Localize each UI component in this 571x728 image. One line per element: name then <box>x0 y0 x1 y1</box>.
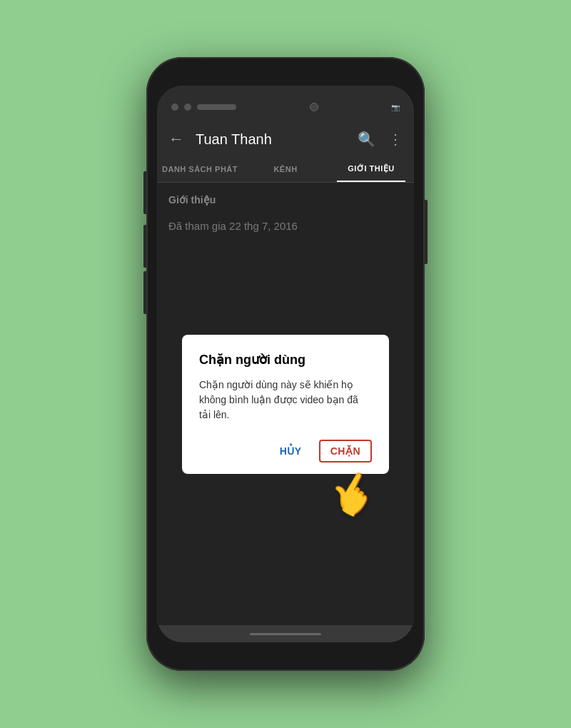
tab-about[interactable]: GIỚI THIỆU <box>328 156 414 182</box>
tab-channel[interactable]: KÊNH <box>243 156 328 182</box>
front-camera-dot <box>171 103 178 111</box>
earpiece-speaker <box>197 104 236 110</box>
camera-icon2: 📷 <box>391 103 400 111</box>
phone-frame: 📷 ← Tuan Thanh 🔍 ⋮ DANH SÁCH PHÁT KÊNH G… <box>146 57 425 671</box>
block-user-dialog: Chặn người dùng Chặn người dùng này sẽ k… <box>182 335 389 474</box>
selfie-camera <box>310 103 318 111</box>
tab-playlist[interactable]: DANH SÁCH PHÁT <box>157 156 243 182</box>
app-header: ← Tuan Thanh 🔍 ⋮ <box>157 123 414 156</box>
dialog-wrapper: Chặn người dùng Chặn người dùng này sẽ k… <box>182 335 389 474</box>
more-options-icon[interactable]: ⋮ <box>388 131 403 148</box>
dialog-actions: HỦY CHẶN <box>199 440 372 462</box>
status-bar: 📷 <box>157 86 414 123</box>
sensor-dot <box>184 103 191 111</box>
block-confirm-button[interactable]: CHẶN <box>319 440 372 462</box>
header-action-icons: 🔍 ⋮ <box>358 131 403 148</box>
screen-bottom <box>157 625 414 642</box>
notch-area <box>171 103 236 111</box>
dialog-body: Chặn người dùng này sẽ khiến họ không bì… <box>199 378 372 423</box>
search-icon[interactable]: 🔍 <box>358 131 375 148</box>
status-icons: 📷 <box>391 103 400 111</box>
page-content: Giới thiệu Đã tham gia 22 thg 7, 2016 Ch… <box>157 183 414 625</box>
back-arrow-icon: ← <box>168 130 184 148</box>
dialog-overlay: Chặn người dùng Chặn người dùng này sẽ k… <box>157 183 414 625</box>
phone-screen: 📷 ← Tuan Thanh 🔍 ⋮ DANH SÁCH PHÁT KÊNH G… <box>157 86 414 642</box>
back-button[interactable]: ← <box>168 130 184 148</box>
dialog-title: Chặn người dùng <box>199 352 372 368</box>
cancel-button[interactable]: HỦY <box>274 441 308 461</box>
home-indicator <box>250 633 321 635</box>
page-title: Tuan Thanh <box>196 131 346 148</box>
tabs-bar: DANH SÁCH PHÁT KÊNH GIỚI THIỆU <box>157 156 414 183</box>
